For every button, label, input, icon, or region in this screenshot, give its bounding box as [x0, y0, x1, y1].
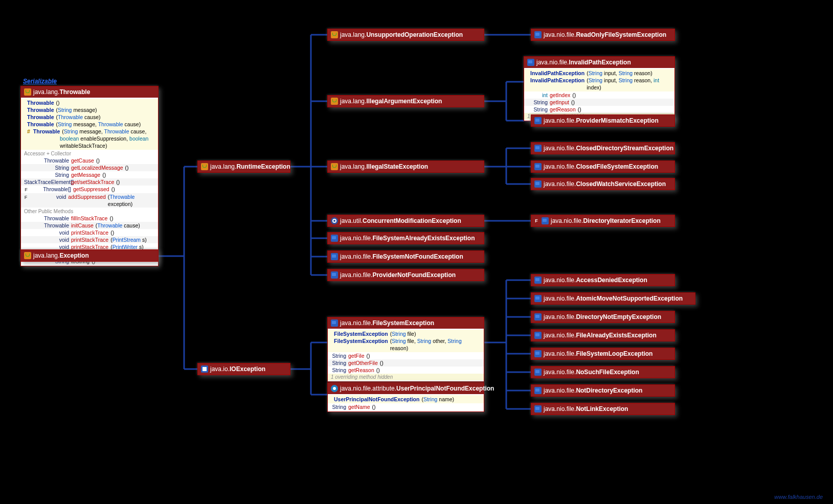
folder-icon: [534, 163, 542, 170]
section-label: Accessor + Collector: [21, 150, 158, 157]
folder-icon: [331, 235, 338, 242]
class-invalid-path: java.nio.file.InvalidPathException Inval…: [524, 56, 675, 121]
folder-icon: [331, 271, 338, 279]
class-no-such-file: java.nio.file.NoSuchFileException: [531, 366, 675, 378]
class-file-already-exists: java.nio.file.FileAlreadyExistsException: [531, 329, 675, 341]
class-filesystem-exception: java.nio.file.FileSystemException FileSy…: [327, 317, 484, 382]
class-readonly-fs: java.nio.file.ReadOnlyFileSystemExceptio…: [531, 29, 675, 41]
folder-icon: [534, 145, 542, 152]
class-exception: java.lang.Exception: [20, 249, 159, 262]
folder-icon: [534, 31, 542, 38]
folder-icon: [527, 59, 534, 66]
class-icon: [331, 31, 338, 38]
folder-icon: [534, 405, 542, 413]
class-fs-already-exists: java.nio.file.FileSystemAlreadyExistsExc…: [327, 232, 484, 244]
class-header: java.lang.Throwable: [21, 86, 158, 98]
class-unsupported-op: java.lang.UnsupportedOperationException: [327, 29, 484, 41]
class-fs-not-found: java.nio.file.FileSystemNotFoundExceptio…: [327, 250, 484, 263]
class-access-denied: java.nio.file.AccessDeniedException: [531, 274, 675, 286]
params: (): [56, 99, 60, 106]
serializable-interface: Serializable: [23, 78, 57, 85]
class-not-directory: java.nio.file.NotDirectoryException: [531, 384, 675, 397]
class-icon: [331, 98, 338, 105]
folder-icon: [534, 369, 542, 376]
class-user-principal-not-found: java.nio.file.attribute.UserPrincipalNot…: [327, 382, 484, 412]
class-icon: [201, 163, 208, 170]
class-not-link: java.nio.file.NotLinkException: [531, 403, 675, 415]
class-throwable: java.lang.Throwable Throwable() Throwabl…: [20, 86, 159, 266]
folder-icon: [534, 117, 542, 124]
methods: ThrowablefillInStackTrace() Throwableini…: [21, 215, 158, 250]
constructors-section: Throwable() Throwable(String message) Th…: [21, 99, 158, 150]
accessors: ThrowablegetCause() StringgetLocalizedMe…: [21, 157, 158, 208]
folder-icon: [534, 332, 542, 339]
class-illegal-state: java.lang.IllegalStateException: [327, 161, 484, 173]
folder-icon: [331, 253, 338, 260]
circle-icon: [331, 385, 338, 392]
class-icon: [24, 88, 31, 96]
folder-icon: [534, 387, 542, 394]
folder-icon: [534, 313, 542, 320]
class-provider-not-found: java.nio.file.ProviderNotFoundException: [327, 269, 484, 281]
class-icon: [24, 252, 31, 259]
class-illegal-arg: java.lang.IllegalArgumentException: [327, 95, 484, 107]
folder-icon: [534, 277, 542, 284]
folder-icon: [534, 295, 542, 302]
class-closed-fs: java.nio.file.ClosedFileSystemException: [531, 161, 675, 173]
class-provider-mismatch: java.nio.file.ProviderMismatchException: [531, 114, 675, 127]
class-concurrent-mod: java.util.ConcurrentModificationExceptio…: [327, 215, 484, 227]
class-dir-iterator: Fjava.nio.file.DirectoryIteratorExceptio…: [531, 215, 675, 227]
class-closed-dir-stream: java.nio.file.ClosedDirectoryStreamExcep…: [531, 142, 675, 154]
gear-icon: [331, 217, 338, 224]
class-fs-loop: java.nio.file.FileSystemLoopException: [531, 348, 675, 360]
class-ioexception: java.io.IOException: [197, 363, 290, 375]
class-icon: [331, 163, 338, 170]
class-runtime-exception: java.lang.RuntimeException: [197, 161, 290, 173]
class-atomic-move: java.nio.file.AtomicMoveNotSupportedExce…: [531, 292, 695, 305]
class-closed-watch: java.nio.file.ClosedWatchServiceExceptio…: [531, 178, 675, 190]
folder-icon: [534, 350, 542, 357]
watermark: www.falkhausen.de: [774, 494, 823, 500]
disk-icon: [201, 365, 208, 373]
folder-icon: [534, 180, 542, 188]
folder-icon: [542, 217, 549, 224]
folder-icon: [331, 319, 338, 327]
class-dir-not-empty: java.nio.file.DirectoryNotEmptyException: [531, 311, 675, 323]
section-label: Other Public Methods: [21, 208, 158, 215]
